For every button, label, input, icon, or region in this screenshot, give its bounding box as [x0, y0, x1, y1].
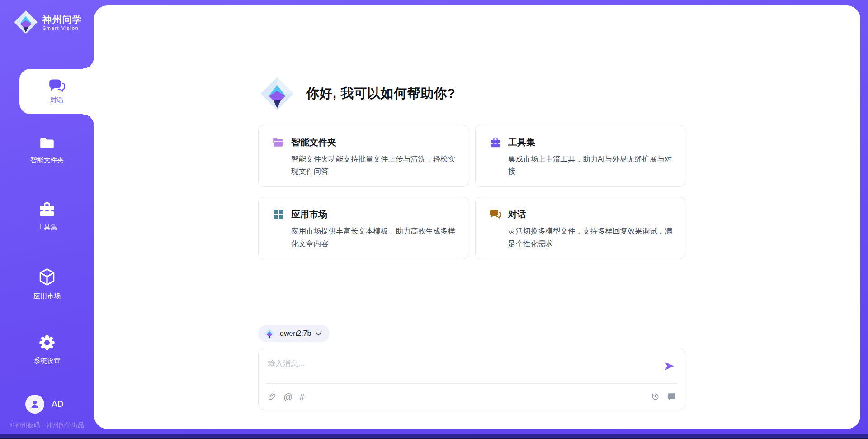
sidebar-item-market[interactable]: 应用市场: [0, 268, 94, 301]
sidebar-item-label: 工具集: [0, 223, 94, 232]
message-input[interactable]: [268, 355, 653, 373]
gear-icon: [39, 334, 55, 351]
sidebar-item-settings[interactable]: 系统设置: [0, 334, 94, 365]
brand-subtitle: Smart Vision: [42, 25, 82, 31]
brand-logo: 神州问学 Smart Vision: [14, 10, 82, 34]
card-smart-folder[interactable]: 智能文件夹 智能文件夹功能支持批量文件上传与清洗，轻松实现文件问答: [258, 125, 468, 187]
person-icon: [29, 399, 40, 410]
sidebar-item-label: 智能文件夹: [0, 156, 94, 165]
cube-icon: [38, 268, 56, 286]
message-composer: @ #: [258, 348, 685, 410]
sidebar-item-chat[interactable]: 对话: [19, 69, 94, 114]
card-title: 工具集: [508, 136, 535, 148]
grid-icon: [273, 209, 284, 220]
greeting: 你好, 我可以如何帮助你?: [260, 76, 455, 111]
tab-corner-top: [83, 58, 94, 69]
folder-open-icon: [273, 137, 284, 148]
avatar: [25, 395, 44, 414]
toolbox-icon: [38, 202, 56, 217]
send-icon[interactable]: [663, 360, 675, 372]
card-description: 集成市场上主流工具，助力AI与外界无缝扩展与对接: [508, 153, 673, 177]
model-diamond-icon: [264, 328, 275, 339]
chat-icon: [49, 79, 65, 93]
sidebar-item-label: 对话: [50, 96, 64, 105]
card-description: 应用市场提供丰富长文本模板，助力高效生成多样化文章内容: [291, 225, 456, 249]
chat-bubble-icon[interactable]: [667, 393, 676, 401]
hashtag-icon[interactable]: #: [299, 392, 304, 401]
card-description: 灵活切换多模型文件，支持多样回复效果调试，满足个性化需求: [508, 225, 673, 249]
brand-diamond-icon: [14, 10, 38, 34]
greeting-title: 你好, 我可以如何帮助你?: [306, 85, 455, 103]
history-icon[interactable]: [651, 392, 660, 401]
chevron-down-icon: [316, 332, 321, 336]
card-app-market[interactable]: 应用市场 应用市场提供丰富长文本模板，助力高效生成多样化文章内容: [258, 197, 468, 259]
tab-corner-bottom: [83, 114, 94, 125]
model-selector[interactable]: qwen2:7b: [258, 325, 330, 342]
user-label: AD: [52, 399, 63, 409]
sidebar-item-toolbox[interactable]: 工具集: [0, 202, 94, 232]
sidebar-item-folders[interactable]: 智能文件夹: [0, 136, 94, 165]
card-description: 智能文件夹功能支持批量文件上传与清洗，轻松实现文件问答: [291, 153, 456, 177]
folder-icon: [39, 136, 55, 150]
greeting-diamond-icon: [260, 76, 294, 111]
sidebar-item-label: 系统设置: [0, 357, 94, 365]
card-title: 智能文件夹: [291, 136, 336, 148]
main-panel: 你好, 我可以如何帮助你? 智能文件夹 智能文件夹功能支持批量文件上传与清洗，轻…: [94, 5, 860, 429]
card-title: 应用市场: [291, 208, 327, 220]
composer-toolbar: @ #: [259, 384, 685, 410]
user-account[interactable]: AD: [25, 395, 63, 414]
card-title: 对话: [508, 208, 526, 220]
sidebar-item-label: 应用市场: [0, 292, 94, 301]
card-toolset[interactable]: 工具集 集成市场上主流工具，助力AI与外界无缝扩展与对接: [475, 125, 685, 187]
toolbox-icon: [490, 137, 501, 148]
brand-name: 神州问学: [42, 14, 82, 25]
card-chat[interactable]: 对话 灵活切换多模型文件，支持多样回复效果调试，满足个性化需求: [475, 197, 685, 259]
mention-icon[interactable]: @: [283, 392, 292, 401]
sidebar: 神州问学 Smart Vision 对话 智能文件夹: [0, 0, 94, 439]
chat-icon: [490, 209, 501, 220]
model-name: qwen2:7b: [280, 329, 311, 338]
feature-cards: 智能文件夹 智能文件夹功能支持批量文件上传与清洗，轻松实现文件问答: [258, 125, 685, 259]
attachment-icon[interactable]: [268, 392, 277, 401]
copyright-text: ©神州数码 · 神州问学出品: [0, 421, 94, 429]
window-bottom-edge: [0, 434, 868, 439]
